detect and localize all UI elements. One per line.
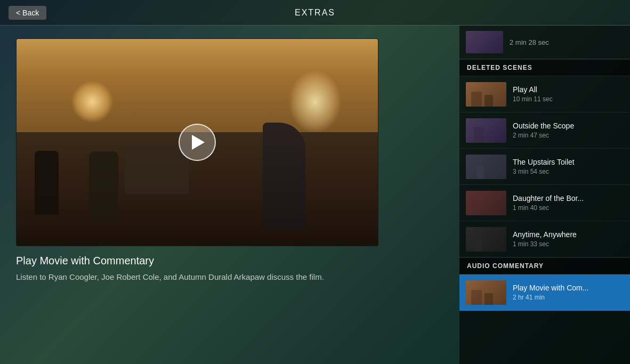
list-item-play-commentary[interactable]: Play Movie with Com... 2 hr 41 min [459,274,630,311]
list-item-daughter-bor[interactable]: Daughter of the Bor... 1 min 40 sec [459,185,630,221]
item-title-daughter-bor: Daughter of the Bor... [513,194,624,203]
section-header-deleted-scenes: DELETED SCENES [459,59,630,76]
partial-duration: 2 min 28 sec [510,38,549,46]
item-info-upstairs-toilet: The Upstairs Toilet 3 min 54 sec [513,158,624,175]
video-info: Play Movie with Commentary Listen to Rya… [16,255,443,284]
figure-main [263,123,305,229]
page-title: EXTRAS [295,8,335,18]
thumb-anytime-anywhere [466,227,506,252]
back-button[interactable]: < Back [9,6,46,20]
list-item-anytime-anywhere[interactable]: Anytime, Anywhere 1 min 33 sec [459,221,630,257]
back-label: < Back [16,9,39,17]
item-duration-outside-scope: 2 min 47 sec [513,132,624,139]
section-header-audio-commentary: AUDIO COMMENTARY [459,257,630,274]
thumb-play-all [466,82,506,107]
item-title-play-all: Play All [513,85,624,94]
play-button[interactable] [179,124,216,161]
item-title-anytime-anywhere: Anytime, Anywhere [513,230,624,239]
item-title-play-commentary: Play Movie with Com... [513,284,624,292]
item-duration-anytime-anywhere: 1 min 33 sec [513,240,624,248]
item-title-upstairs-toilet: The Upstairs Toilet [513,158,624,166]
scene-light-left [71,80,114,123]
video-title: Play Movie with Commentary [16,255,443,267]
header: < Back EXTRAS [0,0,630,26]
item-duration-play-all: 10 min 11 sec [513,95,624,103]
thumb-outside-scope [466,118,506,143]
thumb-upstairs-toilet [466,155,506,179]
video-description: Listen to Ryan Coogler, Joe Robert Cole,… [16,271,443,284]
list-item-play-all[interactable]: Play All 10 min 11 sec [459,76,630,112]
play-icon [192,135,205,150]
figure-left [35,151,59,215]
item-title-outside-scope: Outside the Scope [513,122,624,130]
item-duration-upstairs-toilet: 3 min 54 sec [513,168,624,175]
main-content: Play Movie with Commentary Listen to Rya… [0,26,630,364]
item-duration-play-commentary: 2 hr 41 min [513,294,624,301]
right-sidebar: 2 min 28 sec DELETED SCENES Play All 10 … [459,26,630,364]
item-info-outside-scope: Outside the Scope 2 min 47 sec [513,122,624,139]
video-thumbnail[interactable] [16,38,378,246]
partial-top-item[interactable]: 2 min 28 sec [459,26,630,59]
list-item-upstairs-toilet[interactable]: The Upstairs Toilet 3 min 54 sec [459,149,630,185]
thumb-play-commentary [466,280,506,305]
item-info-play-commentary: Play Movie with Com... 2 hr 41 min [513,284,624,301]
scene-light-right [288,70,342,134]
thumb-daughter-bor [466,191,506,215]
figure-center [89,151,118,221]
item-info-play-all: Play All 10 min 11 sec [513,85,624,103]
item-info-daughter-bor: Daughter of the Bor... 1 min 40 sec [513,194,624,212]
camera-equipment [125,146,189,194]
list-item-outside-scope[interactable]: Outside the Scope 2 min 47 sec [459,112,630,149]
item-info-anytime-anywhere: Anytime, Anywhere 1 min 33 sec [513,230,624,248]
left-panel: Play Movie with Commentary Listen to Rya… [0,26,459,364]
item-duration-daughter-bor: 1 min 40 sec [513,204,624,212]
partial-thumb [466,31,503,53]
